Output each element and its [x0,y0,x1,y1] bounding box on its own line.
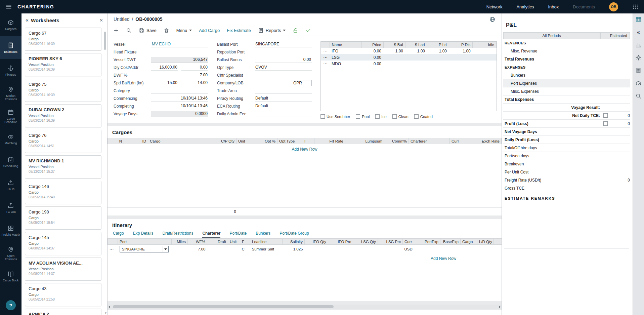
vessel-input[interactable]: MV ECHO [151,41,208,47]
worksheet-card-cargo-75[interactable]: Cargo 75Cargo03/03/2014 16:39 [25,79,101,102]
piracy-routing-input[interactable]: Default [255,95,312,102]
menu-button[interactable]: Menu [176,28,192,33]
hamburger-icon[interactable] [5,3,12,10]
itinerary-cell-lsg-qty[interactable] [353,245,378,254]
table-grid-icon[interactable] [635,16,642,23]
eca-routing-input[interactable]: Default [255,103,312,109]
bunkers-row-lsg[interactable]: ⋯LSG0.00 [321,54,497,61]
checkbox-coated[interactable]: Coated [414,114,433,119]
itinerary-cell-curr[interactable]: USD [403,245,416,254]
itinerary-cell-portexp[interactable] [416,245,440,254]
opr-type-input[interactable]: OVOV [255,65,312,71]
sidebar-item-freight-matrix[interactable]: Freight Matrix [0,219,22,242]
itinerary-tab-cargo[interactable]: Cargo [113,231,124,238]
apps-grid-icon[interactable] [632,4,639,10]
checkbox-box[interactable] [392,114,397,119]
itinerary-cell-l[interactable] [493,245,502,254]
worksheets-scroll-down-icon[interactable]: ▾ [105,311,106,315]
worksheet-card-dubai-crown-2[interactable]: DUBAI CROWN 2Vessel Position03/03/2014 1… [25,104,101,127]
help-button[interactable]: ? [6,300,16,310]
sidebar-item-cargo-schedule[interactable]: Cargo Schedule [0,105,22,128]
itinerary-tab-draft-restrictions[interactable]: Draft/Restrictions [162,231,193,238]
checkbox-ice[interactable]: Ice [375,114,386,119]
checkbox-box[interactable] [414,114,419,119]
checkbox-pool[interactable]: Pool [356,114,370,119]
scroll-left-icon[interactable] [109,306,110,308]
worksheet-card-cargo-145[interactable]: Cargo 145Cargo04/08/2014 14:37 [25,232,101,255]
bunkers-row-ifo[interactable]: ⋯IFO0.001.001.001.001.00 [321,48,497,54]
itinerary-cell-unit[interactable] [228,245,240,254]
collapse-worksheets-icon[interactable]: « [26,17,29,23]
itinerary-cell-f[interactable]: C [240,245,250,254]
sidebar-item-open-positions[interactable]: Open Positions [0,242,22,265]
globe-icon[interactable] [489,16,496,23]
itinerary-cell-ifo-qty[interactable] [305,245,328,254]
sidebar-item-tc-in[interactable]: TC In [0,173,22,196]
worksheet-card-arnica-2[interactable]: ARNICA 2 [25,309,101,315]
chtr-specialist-input[interactable] [255,72,312,78]
dwf-input[interactable]: 7.00 [151,72,208,78]
nav-inbox[interactable]: Inbox [548,4,559,9]
sidebar-item-scheduling[interactable]: Scheduling [0,151,22,173]
completing-input[interactable]: 10/10/14 13:46 [151,103,208,109]
checkbox-box[interactable] [320,114,325,119]
head-fixture-input[interactable] [151,49,208,55]
sidebar-item-fixtures[interactable]: Fixtures [0,59,22,82]
delete-button[interactable] [164,28,169,33]
gauge-icon[interactable] [635,80,642,86]
worksheet-card-cargo-76[interactable]: Cargo 76Cargo03/05/2014 14:51 [25,130,101,153]
pnl-checkbox-profit-loss[interactable] [603,121,608,126]
itinerary-add-new-row-link[interactable]: Add New Row [431,256,502,261]
sidebar-item-tc-out[interactable]: TC Out [0,196,22,219]
sidebar-item-matching[interactable]: Matching [0,128,22,151]
itinerary-tab-bunkers[interactable]: Bunkers [256,231,270,238]
ballast-port-input[interactable]: SINGAPORE [255,41,312,47]
company-lob-input[interactable] [255,80,287,86]
lob-input[interactable]: OPR [291,80,312,86]
port-select[interactable]: SINGAPORE [120,246,169,252]
sidebar-item-cargo-book[interactable]: Cargo Book [0,265,22,288]
bunkers-row-mdo[interactable]: ⋯MDO0.00 [321,61,497,67]
itinerary-cell-lsg-prc[interactable] [378,245,403,254]
dly-cost-addr-input[interactable]: 0.00 [181,65,208,71]
itinerary-cell-ifo-prc[interactable] [328,245,353,254]
gear-icon[interactable] [635,54,642,61]
document-icon[interactable] [635,67,642,74]
itinerary-cell-salinity[interactable]: 1.025 [283,245,305,254]
itinerary-cell-baseexp[interactable] [440,245,461,254]
sidebar-item-market-positions[interactable]: Market Positions [0,82,22,105]
worksheet-card-cargo-146[interactable]: Cargo 146Cargo03/05/2014 15:40 [25,181,101,204]
estimate-remarks-input[interactable] [504,203,629,248]
itinerary-cell-cargo[interactable] [461,245,477,254]
worksheet-card-cargo-43[interactable]: Cargo 43Cargo06/05/2014 21:58 [25,283,101,306]
worksheets-scrollbar[interactable] [104,29,106,310]
itinerary-cell-wf[interactable]: 7.00 [188,245,207,254]
row-menu-icon[interactable]: ⋯ [321,61,330,67]
pnl-period-header[interactable]: All Periods [503,32,600,39]
checkbox-box[interactable] [356,114,360,119]
itinerary-tab-port-date[interactable]: Port/Date [229,231,247,238]
search-icon[interactable] [635,93,642,99]
collapse-panel-icon[interactable]: « [637,29,640,35]
checkbox-box[interactable] [375,114,380,119]
itinerary-tab-exp-details[interactable]: Exp Details [133,231,154,238]
itinerary-cell-draft[interactable] [207,245,228,254]
itinerary-cell-l-d-qty[interactable] [477,245,493,254]
save-button[interactable]: Save [139,28,157,33]
horizontal-scrollbar[interactable] [108,305,502,309]
worksheet-card-pioneer-sky-6[interactable]: PIONEER SKY 6Vessel Position03/03/2014 1… [25,53,101,76]
dly-cost-addr-input[interactable]: 16,000.00 [151,65,178,71]
close-worksheets-icon[interactable]: ✕ [99,18,103,23]
itinerary-tab-port-date-group[interactable]: Port/Date Group [280,231,309,238]
reposition-port-input[interactable] [255,49,312,55]
row-menu-icon[interactable]: ⋯ [321,48,330,54]
fix-estimate-button[interactable]: Fix Estimate [227,28,251,33]
row-menu-icon[interactable]: ⋯ [321,54,330,61]
nav-network[interactable]: Network [486,4,503,9]
worksheet-card-cargo-67[interactable]: Cargo 67Cargo03/03/2014 16:39 [25,28,101,51]
row-menu-icon[interactable]: ⋯ [108,245,118,254]
avatar[interactable]: OB [609,2,618,11]
commencing-input[interactable]: 10/10/14 13:46 [151,95,208,102]
breadcrumb-parent[interactable]: Untitled [114,16,129,22]
chart-icon[interactable] [635,42,642,48]
